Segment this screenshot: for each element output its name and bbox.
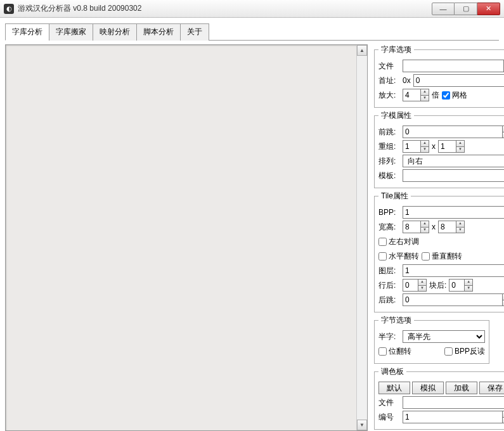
minimize-button[interactable]: — [432,3,455,15]
palette-index-input[interactable] [403,411,502,423]
palette-sim-button[interactable]: 模拟 [412,382,444,394]
palette-file-label: 文件 [378,397,400,408]
addr-input[interactable] [413,74,504,87]
height-down[interactable]: ▼ [456,227,465,234]
title-bar: ◐ 游戏汉化分析器 v0.8 build 20090302 — ▢ ✕ [0,0,504,18]
layer-label: 图层: [378,266,400,276]
bpp-input[interactable] [403,206,504,219]
bpprev-label: BPP反读 [455,346,485,357]
scroll-down-button[interactable]: ▼ [357,420,367,430]
postskip-spinner[interactable]: ▲▼ [403,293,504,306]
width-input[interactable] [403,221,420,233]
preview-canvas[interactable] [6,45,356,430]
tab-font-move[interactable]: 字库搬家 [49,23,93,41]
height-up[interactable]: ▲ [456,221,465,227]
regroup-b-down[interactable]: ▼ [456,146,465,153]
zoom-input[interactable] [403,89,420,101]
zoom-down[interactable]: ▼ [420,95,429,102]
height-spinner[interactable]: ▲▼ [438,221,465,233]
regroup-b-up[interactable]: ▲ [456,140,465,146]
rowpost-input[interactable] [403,279,418,292]
layer-spinner[interactable]: ▲▼ [403,264,504,277]
file-input[interactable] [403,60,504,72]
regroup-x: x [432,142,436,151]
palette-default-button[interactable]: 默认 [378,382,410,394]
tile-attr-legend: Tile属性 [378,191,411,202]
bpprev-check-input[interactable] [444,347,453,356]
blockpost-down[interactable]: ▼ [464,285,473,292]
scroll-up-button[interactable]: ▲ [357,45,367,56]
rowpost-down[interactable]: ▼ [418,285,427,292]
tab-about[interactable]: 关于 [180,23,209,41]
postskip-input[interactable] [403,293,502,306]
palette-file-input[interactable] [403,396,504,409]
template-combo[interactable] [403,169,504,182]
height-input[interactable] [438,221,456,233]
template-label: 模板: [378,170,400,181]
tab-script-analysis[interactable]: 脚本分析 [136,23,181,41]
regroup-label: 重组: [378,141,400,152]
width-down[interactable]: ▼ [420,227,429,234]
blockpost-label: 块后: [429,280,446,291]
zoom-up[interactable]: ▲ [420,89,429,95]
halfbyte-combo[interactable]: 高半先 [403,330,485,343]
preskip-label: 前跳: [378,127,400,138]
vertical-scrollbar[interactable]: ▲ ▼ [356,45,367,430]
hflip-check-input[interactable] [378,252,387,261]
window-title: 游戏汉化分析器 v0.8 build 20090302 [18,3,432,14]
tab-font-analysis[interactable]: 字库分析 [5,23,49,41]
layer-input[interactable] [403,264,504,277]
addr-spinner[interactable]: ▲▼ [413,74,504,87]
font-options-legend: 字库选项 [378,44,414,55]
regroup-b-input[interactable] [438,140,456,153]
wh-x: x [432,222,436,231]
bpprev-checkbox[interactable]: BPP反读 [444,346,485,357]
grid-check-input[interactable] [442,91,450,100]
maximize-button[interactable]: ▢ [455,3,477,15]
vflip-check-input[interactable] [422,252,430,261]
file-label: 文件 [378,61,400,72]
arrange-label: 排列: [378,156,400,167]
palette-index-label: 编号 [378,412,400,423]
halfbyte-label: 半字: [378,331,400,342]
byte-options-legend: 字节选项 [378,315,414,326]
palette-index-spinner[interactable]: ▲▼ [403,411,504,423]
width-spinner[interactable]: ▲▼ [403,221,429,233]
byte-options-group: 字节选项 半字: 高半先 位翻转 BPP反读 [374,315,489,364]
zoom-spinner[interactable]: ▲▼ [403,89,429,101]
vflip-label: 垂直翻转 [432,251,462,262]
grid-checkbox[interactable]: 网格 [442,90,467,101]
window-controls: — ▢ ✕ [432,3,500,15]
vflip-checkbox[interactable]: 垂直翻转 [422,251,462,262]
arrange-combo[interactable]: 向右 [403,155,504,167]
blockpost-input[interactable] [449,279,464,292]
palette-group: 调色板 默认 模拟 加载 保存 文件 编号 ▲▼ [374,366,504,430]
glyph-attr-group: 字模属性 前跳: ▲▼ 位 重组: ▲▼ x [374,110,504,188]
blockpost-spinner[interactable]: ▲▼ [449,279,473,292]
preskip-spinner[interactable]: ▲▼ [403,125,504,138]
hflip-checkbox[interactable]: 水平翻转 [378,251,419,262]
bitrev-checkbox[interactable]: 位翻转 [378,346,411,357]
lrswap-checkbox[interactable]: 左右对调 [378,236,419,247]
regroup-a-spinner[interactable]: ▲▼ [403,140,429,153]
regroup-a-input[interactable] [403,140,420,153]
addr-label: 首址: [378,75,400,86]
lrswap-label: 左右对调 [389,236,419,247]
close-button[interactable]: ✕ [477,3,500,15]
tab-mapping-analysis[interactable]: 映射分析 [93,23,137,41]
lrswap-check-input[interactable] [378,238,387,246]
regroup-b-spinner[interactable]: ▲▼ [438,140,465,153]
palette-load-button[interactable]: 加载 [446,382,477,394]
rowpost-spinner[interactable]: ▲▼ [403,279,427,292]
rowpost-up[interactable]: ▲ [418,279,427,285]
scroll-track[interactable] [357,56,367,420]
bpp-spinner[interactable]: ▲▼ [403,206,504,219]
regroup-a-up[interactable]: ▲ [420,140,429,146]
blockpost-up[interactable]: ▲ [464,279,473,285]
preskip-input[interactable] [403,125,502,138]
regroup-a-down[interactable]: ▼ [420,146,429,153]
width-up[interactable]: ▲ [420,221,429,227]
palette-save-button[interactable]: 保存 [479,382,504,394]
bitrev-check-input[interactable] [378,347,387,356]
tab-strip: 字库分析 字库搬家 映射分析 脚本分析 关于 [5,23,499,41]
